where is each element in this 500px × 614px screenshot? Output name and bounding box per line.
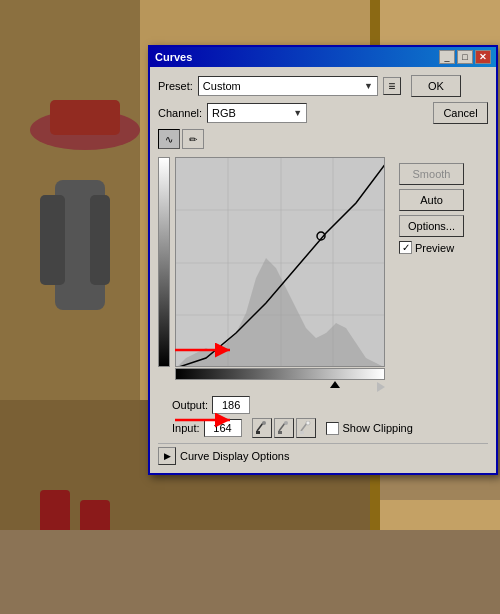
black-triangle-marker: [330, 381, 340, 388]
show-clipping-checkbox[interactable]: [326, 422, 339, 435]
eyedropper-icons: [252, 418, 316, 438]
svg-rect-27: [278, 431, 282, 434]
preset-options-icon[interactable]: ≡: [383, 77, 401, 95]
svg-point-25: [262, 421, 266, 425]
options-button[interactable]: Options...: [399, 215, 464, 237]
svg-rect-30: [300, 431, 304, 434]
auto-button[interactable]: Auto: [399, 189, 464, 211]
svg-point-31: [306, 421, 310, 425]
smooth-button[interactable]: Smooth: [399, 163, 464, 185]
white-triangle-marker: [377, 382, 385, 392]
svg-rect-12: [0, 530, 500, 614]
preview-label: Preview: [415, 242, 454, 254]
maximize-button[interactable]: □: [457, 50, 473, 64]
channel-row: Channel: RGB ▼ Cancel: [158, 102, 488, 124]
input-arrow: [170, 410, 240, 432]
show-clipping-row: Show Clipping: [326, 422, 413, 435]
gray-eyedropper-button[interactable]: [274, 418, 294, 438]
curve-display-label: Curve Display Options: [180, 450, 289, 462]
curve-display-arrow[interactable]: ▶: [158, 447, 176, 465]
ok-button[interactable]: OK: [411, 75, 461, 97]
tool-icons: ∿ ✏: [158, 129, 385, 149]
black-eyedropper-button[interactable]: [252, 418, 272, 438]
output-arrow: [170, 340, 240, 362]
show-clipping-label: Show Clipping: [343, 422, 413, 434]
channel-value: RGB: [212, 107, 236, 119]
preset-value: Custom: [203, 80, 241, 92]
svg-rect-4: [50, 100, 120, 135]
title-bar: Curves _ □ ✕: [150, 47, 496, 67]
title-bar-controls: _ □ ✕: [439, 50, 491, 64]
chart-grid: [176, 158, 384, 366]
curve-tool-button[interactable]: ∿: [158, 129, 180, 149]
bottom-gradient-bar: [175, 368, 385, 380]
svg-rect-6: [40, 195, 65, 285]
svg-point-28: [284, 421, 288, 425]
vertical-gradient-bar: [158, 157, 170, 367]
minimize-button[interactable]: _: [439, 50, 455, 64]
svg-rect-7: [90, 195, 110, 285]
dialog-title: Curves: [155, 51, 192, 63]
preset-select[interactable]: Custom ▼: [198, 76, 378, 96]
preset-label: Preset:: [158, 80, 193, 92]
curves-chart[interactable]: [175, 157, 385, 367]
channel-label: Channel:: [158, 107, 202, 119]
svg-rect-24: [256, 431, 260, 434]
white-eyedropper-button[interactable]: [296, 418, 316, 438]
preview-row: ✓ Preview: [399, 241, 464, 254]
channel-select[interactable]: RGB ▼: [207, 103, 307, 123]
marker-area: [175, 380, 385, 390]
pencil-tool-button[interactable]: ✏: [182, 129, 204, 149]
close-button[interactable]: ✕: [475, 50, 491, 64]
right-buttons: Smooth Auto Options... ✓ Preview: [399, 129, 464, 414]
channel-arrow: ▼: [293, 108, 302, 118]
svg-line-26: [279, 423, 285, 431]
preview-checkbox[interactable]: ✓: [399, 241, 412, 254]
curve-display-options: ▶ Curve Display Options: [158, 443, 488, 465]
cancel-button[interactable]: Cancel: [433, 102, 488, 124]
svg-line-23: [257, 423, 263, 431]
preset-row: Preset: Custom ▼ ≡ OK: [158, 75, 488, 97]
preset-arrow: ▼: [364, 81, 373, 91]
